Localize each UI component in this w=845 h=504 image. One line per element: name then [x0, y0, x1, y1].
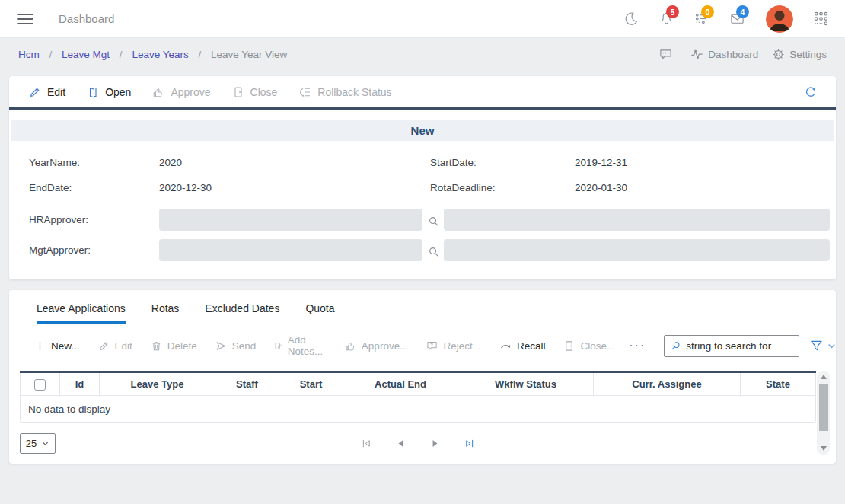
breadcrumb-current: Leave Year View — [211, 49, 287, 60]
chevron-down-icon — [827, 341, 837, 351]
hr-approver-input[interactable] — [159, 209, 422, 231]
refresh-icon — [804, 85, 818, 99]
close-button-label: Close — [250, 86, 278, 98]
rollback-status-button-label: Rollback Status — [317, 86, 391, 98]
start-date-label: StartDate: — [430, 157, 575, 168]
trash-icon — [151, 340, 162, 352]
edit-button[interactable]: Edit — [29, 86, 65, 98]
next-page-button[interactable] — [429, 438, 441, 449]
scroll-up-arrow-icon[interactable] — [821, 375, 827, 379]
dark-mode-moon-icon[interactable] — [624, 11, 639, 26]
approve-button[interactable]: Approve — [152, 86, 210, 98]
delete-button-label: Delete — [167, 340, 197, 352]
comments-button[interactable] — [659, 48, 677, 61]
breadcrumb-link-leave-years[interactable]: Leave Years — [132, 49, 188, 60]
reject-button[interactable]: Reject... — [426, 340, 481, 352]
column-header-state[interactable]: State — [741, 372, 816, 396]
open-button[interactable]: Open — [87, 86, 131, 98]
close-door-icon — [232, 86, 244, 98]
column-header-id[interactable]: Id — [60, 372, 100, 396]
start-date-value: 2019-12-31 — [575, 157, 830, 168]
grid-toolbar: New... Edit Delete Send Add Notes.. — [9, 324, 836, 365]
filter-button[interactable] — [810, 340, 837, 352]
scrollbar-thumb[interactable] — [819, 384, 828, 431]
new-button[interactable]: New... — [34, 340, 80, 352]
column-header-staff[interactable]: Staff — [215, 372, 279, 396]
hr-approver-display-input[interactable] — [444, 209, 830, 231]
apps-grid-icon[interactable] — [814, 11, 828, 26]
rota-deadline-value: 2020-01-30 — [575, 182, 830, 193]
empty-message: No data to display — [20, 396, 816, 423]
send-button-label: Send — [232, 340, 257, 352]
record-status-header: New — [11, 120, 834, 141]
breadcrumb-link-leave-mgt[interactable]: Leave Mgt — [62, 49, 110, 60]
avatar[interactable] — [766, 5, 793, 33]
rollback-status-button[interactable]: Rollback Status — [298, 86, 391, 98]
tab-quota[interactable]: Quota — [305, 302, 334, 324]
dashboard-link[interactable]: Dashboard — [690, 48, 758, 61]
last-page-button[interactable] — [464, 438, 475, 449]
hamburger-menu-icon[interactable] — [17, 13, 33, 25]
reject-bubble-icon — [426, 340, 438, 352]
tab-leave-applications[interactable]: Leave Applications — [37, 302, 126, 324]
column-header-leave-type[interactable]: Leave Type — [100, 372, 215, 396]
add-notes-button[interactable]: Add Notes... — [274, 334, 327, 357]
breadcrumb-separator: / — [120, 49, 123, 60]
search-box[interactable] — [664, 335, 799, 357]
grid-table-container: Id Leave Type Staff Start Actual End Wkf… — [20, 371, 816, 455]
lookup-search-icon[interactable] — [428, 246, 439, 257]
hr-approver-label: HRApprover: — [29, 214, 159, 225]
first-page-button[interactable] — [361, 438, 372, 449]
recall-button[interactable]: Recall — [499, 340, 546, 352]
reject-button-label: Reject... — [443, 340, 481, 352]
column-header-curr-assignee[interactable]: Curr. Assignee — [594, 372, 741, 396]
previous-page-button[interactable] — [395, 438, 407, 449]
notifications-bell-icon[interactable]: 5 — [659, 11, 674, 26]
scroll-down-arrow-icon[interactable] — [821, 446, 827, 451]
select-all-checkbox[interactable] — [34, 379, 46, 391]
refresh-record-button[interactable] — [804, 85, 818, 99]
search-icon — [671, 340, 681, 352]
column-header-wkflw-status[interactable]: Wkflw Status — [458, 372, 594, 396]
mgt-approver-label: MgtApprover: — [29, 244, 159, 256]
pencil-icon — [98, 340, 110, 352]
form-row: HRApprover: — [29, 208, 830, 231]
grid-close-button[interactable]: Close... — [563, 340, 615, 352]
open-door-icon — [87, 86, 99, 98]
app-bar: Dashboard 5 0 4 — [0, 0, 845, 38]
messages-envelope-icon[interactable]: 4 — [729, 11, 745, 26]
mgt-approver-display-input[interactable] — [444, 239, 830, 261]
grid-approve-button[interactable]: Approve... — [345, 340, 409, 352]
send-icon — [215, 340, 227, 352]
app-title: Dashboard — [59, 12, 114, 25]
tasks-list-icon[interactable]: 0 — [694, 11, 709, 26]
new-button-label: New... — [51, 340, 80, 352]
recall-arrow-icon — [499, 340, 512, 352]
rota-deadline-label: RotaDeadline: — [430, 182, 575, 193]
tab-excluded-dates[interactable]: Excluded Dates — [205, 302, 279, 324]
lookup-search-icon[interactable] — [428, 215, 439, 227]
column-header-actual-end[interactable]: Actual End — [343, 372, 458, 396]
breadcrumb-link-hcm[interactable]: Hcm — [18, 49, 40, 60]
grid-edit-button-label: Edit — [115, 340, 132, 352]
delete-button[interactable]: Delete — [151, 340, 197, 352]
grid-search-area — [664, 335, 845, 357]
table-vertical-scrollbar[interactable] — [817, 371, 830, 455]
pager-controls — [20, 438, 816, 449]
column-header-start[interactable]: Start — [279, 372, 343, 396]
settings-link[interactable]: Settings — [772, 48, 827, 61]
more-actions-button[interactable]: ··· — [629, 339, 646, 352]
end-date-value: 2020-12-30 — [159, 182, 430, 193]
send-button[interactable]: Send — [215, 340, 257, 352]
thumbs-up-icon — [152, 86, 164, 98]
search-input[interactable] — [686, 340, 792, 352]
tab-rotas[interactable]: Rotas — [151, 302, 180, 324]
year-name-label: YearName: — [29, 157, 159, 168]
recall-button-label: Recall — [517, 340, 546, 352]
grid-edit-button[interactable]: Edit — [98, 340, 132, 352]
record-panel: Edit Open Approve Close — [9, 76, 836, 279]
mgt-approver-input[interactable] — [159, 239, 422, 261]
close-door-icon — [563, 340, 575, 352]
dashboard-link-label: Dashboard — [708, 49, 758, 60]
close-button[interactable]: Close — [232, 86, 278, 98]
